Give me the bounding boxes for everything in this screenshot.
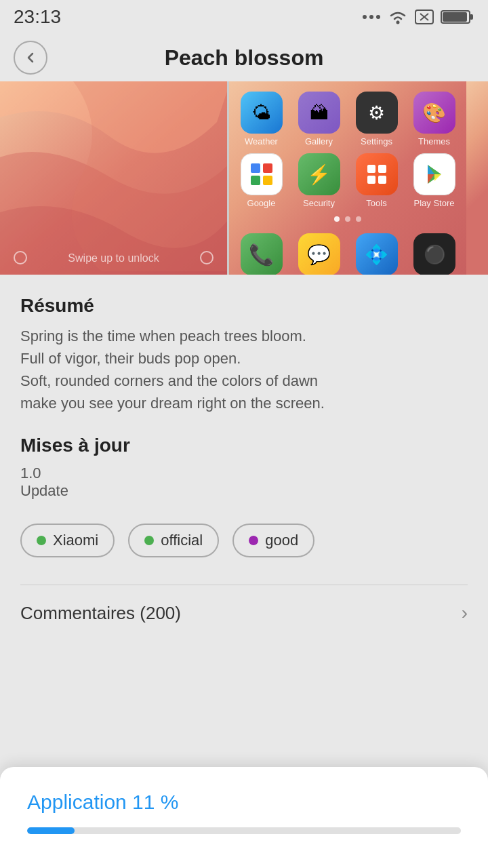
weather-icon: 🌤: [241, 92, 283, 134]
battery-icon: [441, 9, 474, 25]
svg-rect-17: [367, 176, 375, 184]
app-themes[interactable]: 🎨 Themes: [409, 92, 460, 146]
tag-dot-good: [249, 536, 258, 545]
tools-icon: [356, 153, 398, 195]
app-settings[interactable]: ⚙ Settings: [351, 92, 402, 146]
chevron-right-icon: ›: [462, 602, 468, 624]
tag-official[interactable]: official: [128, 524, 219, 557]
progress-percent: 11 %: [132, 791, 178, 813]
application-label: Application: [27, 791, 127, 813]
svg-marker-22: [434, 174, 441, 181]
tag-label-good: good: [265, 532, 298, 549]
svg-rect-18: [378, 176, 386, 184]
wallpaper-camera-dot-right: [200, 251, 214, 264]
phone-icon: 📞: [241, 233, 283, 275]
app-row-3: 📞 💬 💠 ⚫: [236, 233, 460, 275]
app-security[interactable]: ⚡ Security: [293, 153, 344, 208]
resume-description: Spring is the time when peach trees bloo…: [20, 325, 468, 414]
app-settings-label: Settings: [351, 136, 402, 146]
svg-rect-14: [263, 176, 272, 185]
apps-preview: 🌤 Weather 🏔 Gallery ⚙ Settings 🎨 Themes: [229, 81, 466, 275]
tag-label-official: official: [161, 532, 203, 549]
dot-1: [334, 216, 340, 222]
dot-2: [345, 216, 350, 222]
update-version: 1.0: [20, 465, 468, 482]
tag-label-xiaomi: Xiaomi: [53, 532, 98, 549]
app-weather-label: Weather: [236, 136, 287, 146]
status-bar: 23:13: [0, 0, 488, 34]
svg-rect-16: [378, 165, 386, 173]
app-msg[interactable]: 💬: [293, 233, 344, 275]
wifi-icon: [388, 9, 408, 24]
app-blue[interactable]: 💠: [351, 233, 402, 275]
tag-good[interactable]: good: [232, 524, 314, 557]
tag-dot-xiaomi: [37, 536, 46, 545]
wallpaper-preview[interactable]: Swipe up to unlock: [0, 81, 227, 275]
svg-point-3: [396, 21, 400, 24]
page-dots: [236, 215, 460, 223]
resume-title: Résumé: [20, 295, 468, 317]
app-weather[interactable]: 🌤 Weather: [236, 92, 287, 146]
app-playstore[interactable]: Play Store: [409, 153, 460, 208]
app-phone[interactable]: 📞: [236, 233, 287, 275]
tag-xiaomi[interactable]: Xiaomi: [20, 524, 115, 557]
signal-icon: [415, 9, 434, 24]
update-note: Update: [20, 482, 468, 500]
google-icon: [241, 153, 283, 195]
content-area: Résumé Spring is the time when peach tre…: [0, 275, 488, 654]
tags-row: Xiaomi official good: [20, 524, 468, 557]
tag-dot-official: [144, 536, 154, 545]
comments-row[interactable]: Commentaires (200) ›: [20, 585, 468, 641]
app-black[interactable]: ⚫: [409, 233, 460, 275]
themes-icon: 🎨: [413, 92, 455, 134]
progress-bar-background: [27, 827, 461, 834]
wallpaper-camera-dot-left: [14, 251, 27, 264]
app-gallery-label: Gallery: [293, 136, 344, 146]
svg-rect-15: [367, 165, 375, 173]
svg-point-2: [376, 15, 380, 19]
preview-overflow: [466, 81, 488, 275]
svg-rect-12: [263, 163, 272, 173]
settings-icon: ⚙: [356, 92, 398, 134]
status-time: 23:13: [14, 6, 61, 28]
updates-section: Mises à jour 1.0 Update: [20, 435, 468, 500]
header: Peach blossom: [0, 34, 488, 81]
app-row-1: 🌤 Weather 🏔 Gallery ⚙ Settings 🎨 Themes: [236, 92, 460, 146]
updates-title: Mises à jour: [20, 435, 468, 456]
app-row-2: Google ⚡ Security Tools: [236, 153, 460, 208]
app-gallery[interactable]: 🏔 Gallery: [293, 92, 344, 146]
resume-section: Résumé Spring is the time when peach tre…: [20, 295, 468, 414]
blue-icon: 💠: [356, 233, 398, 275]
svg-point-0: [363, 15, 367, 19]
security-icon: ⚡: [298, 153, 340, 195]
page-title: Peach blossom: [165, 45, 324, 71]
status-icons: [362, 9, 474, 25]
svg-rect-9: [443, 12, 467, 22]
svg-rect-13: [251, 176, 260, 185]
back-button[interactable]: [14, 41, 47, 75]
app-tools[interactable]: Tools: [351, 153, 402, 208]
bottom-card: Application 11 %: [0, 767, 488, 868]
app-google-label: Google: [236, 198, 287, 208]
app-security-label: Security: [293, 198, 344, 208]
svg-point-1: [369, 15, 373, 19]
progress-label: Application 11 %: [27, 791, 461, 814]
svg-rect-11: [251, 163, 260, 173]
svg-rect-8: [470, 14, 473, 20]
progress-bar-fill: [27, 827, 75, 834]
playstore-icon: [413, 153, 455, 195]
app-google[interactable]: Google: [236, 153, 287, 208]
dot-3: [356, 216, 361, 222]
comments-title: Commentaires (200): [20, 603, 181, 624]
app-playstore-label: Play Store: [409, 198, 460, 208]
msg-icon: 💬: [298, 233, 340, 275]
overflow-icon: [362, 14, 381, 20]
black-icon: ⚫: [413, 233, 455, 275]
gallery-icon: 🏔: [298, 92, 340, 134]
wallpaper-swipe-text: Swipe up to unlock: [68, 252, 159, 264]
preview-area: Swipe up to unlock 🌤 Weather 🏔 Gallery ⚙…: [0, 81, 488, 275]
app-themes-label: Themes: [409, 136, 460, 146]
app-tools-label: Tools: [351, 198, 402, 208]
